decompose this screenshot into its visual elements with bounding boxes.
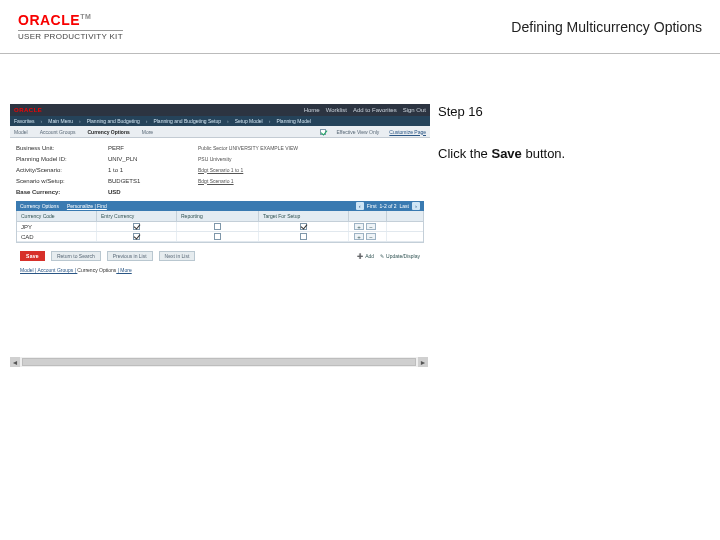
as-label: Activity/Scenario:	[16, 167, 108, 173]
crumb-main[interactable]: Main Menu	[48, 118, 73, 124]
footer-tab-links: Model | Account Groups | Currency Option…	[16, 267, 424, 277]
scroll-right-icon[interactable]: ►	[418, 357, 428, 367]
instr-prefix: Click the	[438, 146, 491, 161]
target-checkbox-2[interactable]	[300, 233, 307, 240]
update-display-button[interactable]: ✎ Update/Display	[380, 253, 420, 259]
entry-checkbox-2[interactable]	[133, 233, 140, 240]
crumb-pb[interactable]: Planning and Budgeting	[87, 118, 140, 124]
app-titlebar: ORACLE Home Worklist Add to Favorites Si…	[10, 104, 430, 116]
tab-model[interactable]: Model	[14, 129, 28, 135]
currency-grid: Currency Code Entry Currency Reporting T…	[16, 211, 424, 243]
crumb-setupmodel[interactable]: Setup Model	[235, 118, 263, 124]
next-in-list-button[interactable]: Next in List	[159, 251, 196, 261]
instr-bold: Save	[491, 146, 521, 161]
section-bar: Currency Options Personalize | Find ‹ Fi…	[16, 201, 424, 211]
step-label: Step 16	[438, 104, 696, 119]
col-reporting: Reporting	[177, 211, 259, 221]
trademark-text: TM	[80, 13, 91, 20]
remove-row-button[interactable]: −	[366, 223, 376, 230]
horizontal-scrollbar[interactable]: ◄ ►	[10, 357, 428, 367]
sc-link[interactable]: Bdgt Scenario 1	[198, 178, 424, 184]
base-label: Base Currency:	[16, 189, 108, 195]
oracle-logo-block: ORACLETM USER PRODUCTIVITY KIT	[18, 12, 123, 41]
sc-label: Scenario w/Setup:	[16, 178, 108, 184]
table-row: CAD +−	[17, 232, 423, 242]
add-button[interactable]: ➕ Add	[357, 253, 374, 259]
instruction-pane: Step 16 Click the Save button.	[428, 104, 710, 367]
tab-account-groups[interactable]: Account Groups	[40, 129, 76, 135]
app-brand: ORACLE	[14, 107, 42, 113]
pager-range: 1-2 of 2	[380, 203, 397, 209]
remove-row-button[interactable]: −	[366, 233, 376, 240]
personalize-link[interactable]: Personalize | Find	[67, 203, 107, 209]
breadcrumb: Favorites› Main Menu› Planning and Budge…	[10, 116, 430, 126]
tab-more[interactable]: More	[142, 129, 153, 135]
pager-first-icon[interactable]: ‹	[356, 202, 364, 210]
col-entry: Entry Currency	[97, 211, 177, 221]
col-currency-code: Currency Code	[17, 211, 97, 221]
base-value: USD	[108, 189, 198, 195]
app-body: Business Unit:PERFPublic Sector UNIVERSI…	[10, 138, 430, 277]
titlebar-link-favorites[interactable]: Add to Favorites	[353, 107, 397, 113]
main-content: ORACLE Home Worklist Add to Favorites Si…	[0, 54, 720, 367]
pm-value: UNIV_PLN	[108, 156, 198, 162]
as-value: 1 to 1	[108, 167, 198, 173]
bu-value: PERF	[108, 145, 198, 151]
pager-last[interactable]: Last	[400, 203, 409, 209]
upk-label: USER PRODUCTIVITY KIT	[18, 30, 123, 41]
app-footer: Save Return to Search Previous in List N…	[16, 249, 424, 267]
app-tabs: Model Account Groups Currency Options Mo…	[10, 126, 430, 138]
save-button[interactable]: Save	[20, 251, 45, 261]
crumb-planmodel[interactable]: Planning Model	[276, 118, 310, 124]
page-header: ORACLETM USER PRODUCTIVITY KIT Defining …	[0, 0, 720, 54]
scroll-thumb[interactable]	[22, 358, 416, 366]
cell-code-1: JPY	[17, 222, 97, 231]
entry-checkbox-1[interactable]	[133, 223, 140, 230]
add-row-button[interactable]: +	[354, 223, 364, 230]
bu-label: Business Unit:	[16, 145, 108, 151]
prev-in-list-button[interactable]: Previous in List	[107, 251, 153, 261]
titlebar-link-home[interactable]: Home	[304, 107, 320, 113]
reporting-checkbox-2[interactable]	[214, 233, 221, 240]
cell-code-2: CAD	[17, 232, 97, 241]
titlebar-link-worklist[interactable]: Worklist	[326, 107, 347, 113]
oracle-logo-text: ORACLE	[18, 12, 80, 28]
customize-page-link[interactable]: Customize Page	[389, 129, 426, 135]
sc-value: BUDGETS1	[108, 178, 198, 184]
pm-desc: PSU University	[198, 156, 424, 162]
crumb-favorites[interactable]: Favorites	[14, 118, 35, 124]
oracle-logo: ORACLETM	[18, 12, 123, 28]
pager-first[interactable]: First	[367, 203, 377, 209]
pager-last-icon[interactable]: ›	[412, 202, 420, 210]
effective-view-label: Effective View Only	[336, 129, 379, 135]
titlebar-link-signout[interactable]: Sign Out	[403, 107, 426, 113]
page-title: Defining Multicurrency Options	[511, 19, 702, 35]
col-target: Target For Setup	[259, 211, 349, 221]
scroll-left-icon[interactable]: ◄	[10, 357, 20, 367]
target-checkbox-1[interactable]	[300, 223, 307, 230]
instr-suffix: button.	[522, 146, 565, 161]
add-row-button[interactable]: +	[354, 233, 364, 240]
as-link[interactable]: Bdgt Scenario 1 to 1	[198, 167, 424, 173]
pm-label: Planning Model ID:	[16, 156, 108, 162]
section-title: Currency Options	[20, 203, 59, 209]
tab-currency-options[interactable]: Currency Options	[87, 129, 129, 135]
col-actions	[349, 211, 387, 221]
bu-desc: Public Sector UNIVERSITY EXAMPLE VIEW	[198, 145, 424, 151]
step-instruction: Click the Save button.	[438, 145, 696, 163]
oracle-app: ORACLE Home Worklist Add to Favorites Si…	[10, 104, 430, 277]
reporting-checkbox-1[interactable]	[214, 223, 221, 230]
screenshot-pane: ORACLE Home Worklist Add to Favorites Si…	[0, 104, 428, 367]
table-row: JPY +−	[17, 222, 423, 232]
crumb-setup[interactable]: Planning and Budgeting Setup	[153, 118, 221, 124]
effective-view-checkbox[interactable]	[320, 129, 326, 135]
return-button[interactable]: Return to Search	[51, 251, 101, 261]
